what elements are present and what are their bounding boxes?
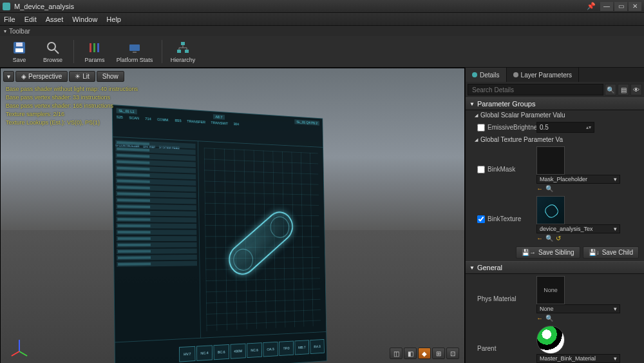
menu-asset[interactable]: Asset bbox=[46, 15, 64, 23]
binktexture-thumb[interactable] bbox=[536, 196, 565, 224]
maximize-button[interactable]: ▭ bbox=[614, 2, 627, 11]
viewport-options-button[interactable]: ▾ bbox=[3, 71, 14, 82]
tab-details[interactable]: Details bbox=[466, 68, 507, 82]
vp-icon-1[interactable]: ◫ bbox=[390, 348, 402, 359]
svg-line-4 bbox=[55, 50, 59, 54]
titlebar: M_device_analysis 📌 — ▭ ✕ bbox=[0, 0, 644, 13]
save-child-button[interactable]: 💾↓Save Child bbox=[583, 246, 639, 259]
browse-icon bbox=[45, 40, 61, 55]
platform-stats-button[interactable]: Platform Stats bbox=[114, 37, 155, 66]
show-button[interactable]: Show bbox=[97, 71, 124, 82]
parent-thumb[interactable] bbox=[536, 326, 565, 354]
binkmask-asset-dropdown[interactable]: Mask_Placeholder▾ bbox=[536, 175, 620, 184]
binkmask-checkbox[interactable] bbox=[477, 166, 485, 173]
params-icon bbox=[87, 40, 102, 55]
svg-rect-6 bbox=[93, 43, 95, 52]
toolbar-header[interactable]: ▾ Toolbar bbox=[0, 26, 644, 36]
browse-button[interactable]: Browse bbox=[39, 37, 67, 66]
binkmask-label: BinkMask bbox=[488, 166, 515, 173]
section-general[interactable]: ▼General bbox=[466, 261, 644, 274]
browse-asset-icon[interactable]: 🔍 bbox=[545, 315, 553, 322]
details-icon bbox=[472, 72, 477, 77]
binktexture-label: BinkTexture bbox=[488, 215, 521, 222]
toolbar-section: ▾ Toolbar Save Browse Params Platform St… bbox=[0, 26, 644, 68]
viewport[interactable]: ▾ ◈Perspective ☀Lit Show Base pass shade… bbox=[0, 68, 465, 363]
section-parameter-groups[interactable]: ▼Parameter Groups bbox=[466, 97, 644, 110]
browse-asset-icon[interactable]: 🔍 bbox=[545, 185, 553, 192]
svg-point-3 bbox=[48, 43, 55, 50]
subsection-global-scalar[interactable]: ◢Global Scalar Parameter Valu bbox=[466, 110, 644, 120]
vp-icon-4[interactable]: ⊞ bbox=[432, 348, 445, 359]
toolbar-separator bbox=[162, 40, 162, 63]
viewport-bottom-icons: ◫ ◧ ◆ ⊞ ⊡ bbox=[390, 348, 459, 359]
save-sibling-button[interactable]: 💾→Save Sibling bbox=[516, 246, 580, 259]
phys-material-label: Phys Material bbox=[477, 295, 516, 302]
lit-button[interactable]: ☀Lit bbox=[69, 71, 95, 82]
window-title: M_device_analysis bbox=[14, 3, 586, 10]
toolbar-label: Toolbar bbox=[9, 28, 30, 35]
vp-icon-5[interactable]: ⊡ bbox=[446, 348, 459, 359]
save-icon: 💾→ bbox=[522, 249, 536, 256]
svg-rect-9 bbox=[133, 52, 137, 53]
use-selected-icon[interactable]: ← bbox=[536, 185, 543, 192]
vp-icon-3[interactable]: ◆ bbox=[418, 348, 431, 359]
params-button[interactable]: Params bbox=[80, 37, 109, 66]
svg-rect-12 bbox=[185, 50, 189, 53]
svg-rect-8 bbox=[129, 44, 140, 51]
emissive-checkbox[interactable] bbox=[477, 124, 485, 132]
svg-rect-11 bbox=[177, 50, 181, 53]
binkmask-thumb[interactable] bbox=[536, 146, 565, 175]
hierarchy-icon bbox=[175, 40, 191, 55]
chevron-down-icon: ▾ bbox=[4, 28, 6, 34]
details-panel: Details Layer Parameters 🔍 ▤ 👁 ▼Paramete… bbox=[465, 68, 644, 363]
browse-asset-icon[interactable]: 🔍 bbox=[545, 235, 553, 242]
svg-rect-1 bbox=[15, 48, 23, 52]
filter-icon[interactable]: 👁 bbox=[630, 84, 642, 95]
toolbar-separator bbox=[73, 40, 74, 63]
minimize-button[interactable]: — bbox=[600, 2, 613, 11]
parent-dropdown[interactable]: Master_Bink_Material▾ bbox=[536, 354, 620, 363]
svg-rect-5 bbox=[90, 43, 91, 52]
vp-icon-2[interactable]: ◧ bbox=[404, 348, 417, 359]
layers-icon bbox=[513, 72, 518, 77]
use-selected-icon[interactable]: ← bbox=[536, 235, 543, 242]
emissive-label: EmissiveBrightness bbox=[488, 124, 544, 131]
subsection-global-texture[interactable]: ◢Global Texture Parameter Va bbox=[466, 135, 644, 144]
parent-label: Parent bbox=[477, 345, 496, 352]
close-button[interactable]: ✕ bbox=[629, 2, 641, 11]
app-icon bbox=[3, 3, 10, 10]
perspective-button[interactable]: ◈Perspective bbox=[15, 71, 68, 82]
emissive-input[interactable]: 0.5▴▾ bbox=[536, 122, 594, 133]
use-selected-icon[interactable]: ← bbox=[536, 315, 543, 322]
platform-stats-icon bbox=[127, 40, 142, 55]
binktexture-checkbox[interactable] bbox=[477, 215, 485, 223]
binktexture-asset-dropdown[interactable]: device_analysis_Tex▾ bbox=[536, 224, 620, 233]
axis-gizmo bbox=[7, 333, 30, 357]
view-options-icon[interactable]: ▤ bbox=[618, 84, 629, 95]
svg-rect-7 bbox=[97, 43, 99, 52]
save-icon: 💾↓ bbox=[589, 249, 600, 256]
svg-rect-2 bbox=[16, 43, 23, 46]
reset-icon[interactable]: ↺ bbox=[556, 235, 561, 242]
hud-panel: SL_01 L1 A8 7 SL_01 Q4 P6 2 S25SCAN 714C… bbox=[113, 104, 358, 363]
menu-window[interactable]: Window bbox=[72, 15, 97, 23]
pin-icon[interactable]: 📌 bbox=[586, 2, 596, 11]
menu-help[interactable]: Help bbox=[106, 15, 121, 23]
phys-material-dropdown[interactable]: None▾ bbox=[536, 304, 620, 313]
search-icon[interactable]: 🔍 bbox=[605, 84, 616, 95]
menubar: File Edit Asset Window Help bbox=[0, 13, 644, 26]
hierarchy-button[interactable]: Hierarchy bbox=[169, 37, 197, 66]
viewport-stats: Base pass shader without light map: 40 i… bbox=[6, 85, 138, 127]
menu-file[interactable]: File bbox=[4, 15, 15, 23]
svg-rect-10 bbox=[181, 42, 185, 45]
save-icon bbox=[12, 40, 27, 55]
search-input[interactable] bbox=[468, 84, 603, 95]
save-button[interactable]: Save bbox=[5, 37, 33, 66]
tab-layer-parameters[interactable]: Layer Parameters bbox=[507, 68, 579, 82]
menu-edit[interactable]: Edit bbox=[24, 15, 37, 23]
phys-material-thumb[interactable]: None bbox=[536, 276, 565, 304]
